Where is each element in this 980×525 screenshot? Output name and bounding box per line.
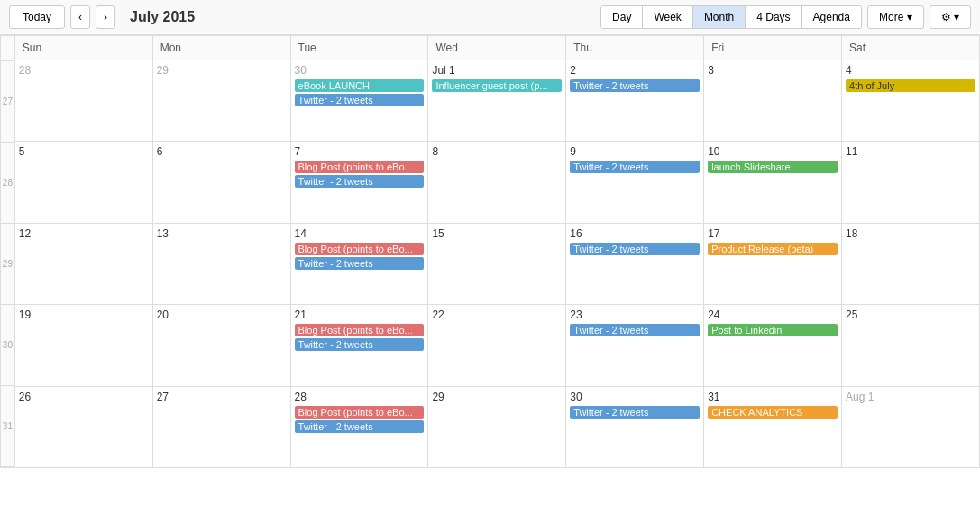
calendar-cell[interactable]: 21Blog Post (points to eBo...Twitter - 2…: [290, 305, 428, 386]
day-number: 17: [708, 227, 838, 240]
view-agenda[interactable]: Agenda: [802, 6, 861, 28]
calendar-cell[interactable]: 24Post to Linkedin: [704, 305, 842, 386]
calendar-event[interactable]: Twitter - 2 tweets: [570, 324, 700, 336]
calendar-title: July 2015: [130, 9, 220, 25]
calendar-cell[interactable]: 10launch Slideshare: [704, 142, 842, 223]
day-number: 18: [846, 227, 975, 240]
calendar-row: 282930eBook LAUNCHTwitter - 2 tweetsJul …: [14, 60, 979, 142]
calendar-event[interactable]: CHECK ANALYTICS: [708, 406, 838, 419]
day-number: 20: [157, 309, 287, 321]
calendar-cell[interactable]: 8: [428, 142, 566, 223]
calendar-cell[interactable]: 15: [428, 223, 566, 304]
calendar-event[interactable]: Twitter - 2 tweets: [295, 175, 425, 188]
calendar-cell[interactable]: 3: [704, 60, 842, 142]
calendar-cell[interactable]: 19: [14, 305, 152, 386]
calendar-event[interactable]: Blog Post (points to eBo...: [295, 406, 425, 419]
week-num-1: 27: [1, 61, 14, 143]
calendar-cell[interactable]: 6: [152, 142, 290, 223]
calendar-cell[interactable]: 16Twitter - 2 tweets: [566, 223, 704, 304]
calendar-cell[interactable]: Aug 1: [842, 386, 980, 467]
calendar-event[interactable]: Twitter - 2 tweets: [295, 257, 425, 270]
day-number: 11: [846, 145, 975, 158]
calendar-cell[interactable]: 26: [14, 386, 152, 467]
day-number: 9: [570, 145, 700, 158]
calendar-event[interactable]: Twitter - 2 tweets: [570, 243, 700, 255]
calendar-cell[interactable]: 28Blog Post (points to eBo...Twitter - 2…: [290, 386, 428, 467]
view-week[interactable]: Week: [643, 6, 692, 28]
day-number: 21: [295, 309, 425, 321]
view-4days[interactable]: 4 Days: [746, 6, 801, 28]
calendar-cell[interactable]: 28: [14, 60, 152, 142]
calendar-cell[interactable]: 11: [842, 142, 980, 223]
calendar-event[interactable]: Blog Post (points to eBo...: [295, 243, 425, 255]
calendar-cell[interactable]: 5: [14, 142, 152, 223]
day-number: 22: [432, 309, 562, 321]
day-number: 16: [570, 227, 700, 240]
calendar-event[interactable]: Blog Post (points to eBo...: [295, 324, 425, 336]
calendar-event[interactable]: Twitter - 2 tweets: [295, 338, 425, 351]
calendar-cell[interactable]: 30Twitter - 2 tweets: [566, 386, 704, 467]
header-thu: Thu: [566, 36, 704, 60]
day-number: 8: [432, 145, 562, 158]
calendar-cell[interactable]: 7Blog Post (points to eBo...Twitter - 2 …: [290, 142, 428, 223]
week-sidebar: 27 28 29 30 31: [0, 35, 14, 468]
day-number: 30: [295, 64, 425, 77]
calendar-cell[interactable]: 25: [842, 305, 980, 386]
calendar-cell[interactable]: 9Twitter - 2 tweets: [566, 142, 704, 223]
prev-button[interactable]: ‹: [70, 5, 90, 29]
week-num-3: 29: [1, 224, 14, 305]
calendar-event[interactable]: Twitter - 2 tweets: [570, 161, 700, 173]
calendar-cell[interactable]: 20: [152, 305, 290, 386]
calendar-event[interactable]: Twitter - 2 tweets: [295, 94, 425, 106]
calendar-cell[interactable]: 12: [14, 223, 152, 304]
day-number: 7: [295, 145, 425, 158]
calendar-cell[interactable]: 14Blog Post (points to eBo...Twitter - 2…: [290, 223, 428, 304]
calendar-event[interactable]: Twitter - 2 tweets: [570, 406, 700, 419]
view-day[interactable]: Day: [601, 6, 643, 28]
calendar-cell[interactable]: 23Twitter - 2 tweets: [566, 305, 704, 386]
today-button[interactable]: Today: [9, 5, 65, 29]
calendar-event[interactable]: 4th of July: [846, 79, 975, 92]
calendar-cell[interactable]: 18: [842, 223, 980, 304]
calendar-event[interactable]: Twitter - 2 tweets: [570, 79, 700, 92]
day-number: 23: [570, 309, 700, 321]
calendar-cell[interactable]: 31CHECK ANALYTICS: [704, 386, 842, 467]
calendar-event[interactable]: launch Slideshare: [708, 161, 838, 173]
calendar-cell[interactable]: 29: [152, 60, 290, 142]
settings-button[interactable]: ⚙ ▾: [930, 5, 971, 29]
calendar-event[interactable]: Product Release (beta): [708, 243, 838, 255]
calendar-event[interactable]: Influencer guest post (p...: [432, 79, 562, 92]
calendar-cell[interactable]: 27: [152, 386, 290, 467]
calendar-cell[interactable]: 13: [152, 223, 290, 304]
calendar-event[interactable]: eBook LAUNCH: [295, 79, 425, 92]
calendar-event[interactable]: Post to Linkedin: [708, 324, 838, 336]
day-number: 2: [570, 64, 700, 77]
view-month[interactable]: Month: [693, 6, 746, 28]
day-number: 19: [19, 309, 149, 321]
calendar-cell[interactable]: 2Twitter - 2 tweets: [566, 60, 704, 142]
calendar-cell[interactable]: 17Product Release (beta): [704, 223, 842, 304]
calendar-event[interactable]: Twitter - 2 tweets: [295, 420, 425, 433]
calendar-cell[interactable]: 22: [428, 305, 566, 386]
day-number: 5: [19, 145, 149, 158]
day-number: 30: [570, 391, 700, 403]
calendar-row: 262728Blog Post (points to eBo...Twitter…: [14, 386, 979, 467]
calendar-cell[interactable]: 30eBook LAUNCHTwitter - 2 tweets: [290, 60, 428, 142]
day-number: 29: [157, 64, 287, 77]
calendar-row: 192021Blog Post (points to eBo...Twitter…: [14, 305, 979, 386]
calendar-event[interactable]: Blog Post (points to eBo...: [295, 161, 425, 173]
day-number: 15: [432, 227, 562, 240]
calendar-cell[interactable]: Jul 1Influencer guest post (p...: [428, 60, 566, 142]
calendar-row: 567Blog Post (points to eBo...Twitter - …: [14, 142, 979, 223]
calendar-cell[interactable]: 44th of July: [842, 60, 980, 142]
more-button[interactable]: More ▾: [867, 5, 924, 29]
next-button[interactable]: ›: [96, 5, 115, 29]
calendar-table: Sun Mon Tue Wed Thu Fri Sat 282930eBook …: [14, 35, 980, 468]
day-number: 28: [19, 64, 149, 77]
day-number: 31: [708, 391, 838, 403]
calendar-cell[interactable]: 29: [428, 386, 566, 467]
week-num-2: 28: [1, 143, 14, 224]
header-wed: Wed: [428, 36, 566, 60]
day-number: 28: [295, 391, 425, 403]
day-number: Aug 1: [846, 391, 975, 403]
